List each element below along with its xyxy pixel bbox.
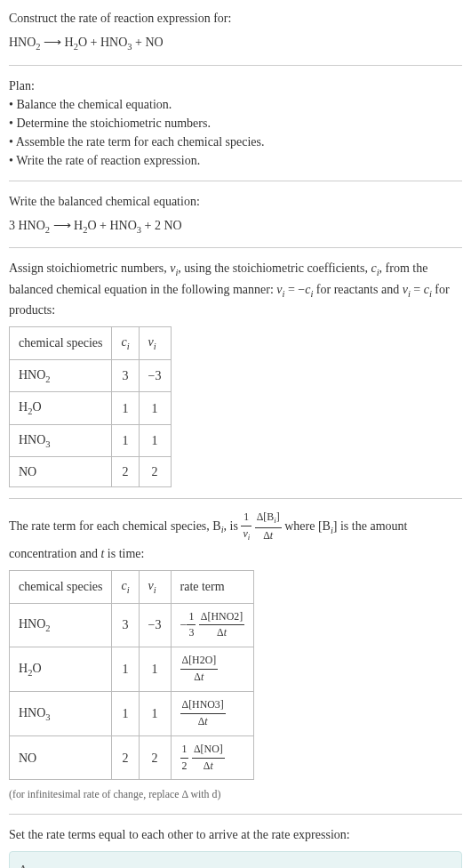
rateterm-note: (for infinitesimal rate of change, repla… (9, 787, 462, 803)
divider (9, 498, 462, 499)
cell-vi: 2 (139, 735, 171, 780)
intro-equation: HNO2 ⟶ H2O + HNO3 + NO (9, 33, 462, 54)
cell-ci: 2 (112, 457, 139, 487)
cell-ci: 1 (112, 647, 139, 692)
final-heading: Set the rate terms equal to each other t… (9, 825, 462, 844)
balanced-equation: 3 HNO2 ⟶ H2O + HNO3 + 2 NO (9, 216, 462, 237)
table-header-row: chemical species ci νi (10, 327, 172, 360)
col-rate: rate term (171, 570, 254, 603)
cell-ci: 3 (112, 359, 139, 392)
cell-ci: 1 (112, 691, 139, 735)
cell-ci: 1 (112, 392, 139, 425)
cell-vi: 1 (139, 424, 171, 457)
cell-rate: −13 Δ[HNO2]Δt (171, 603, 254, 647)
cell-species: HNO2 (10, 603, 112, 647)
cell-species: HNO2 (10, 359, 112, 392)
cell-rate: Δ[H2O]Δt (171, 647, 254, 692)
cell-species: NO (10, 735, 112, 780)
final-section: Set the rate terms equal to each other t… (9, 825, 462, 868)
cell-rate: 12 Δ[NO]Δt (171, 735, 254, 780)
table-header-row: chemical species ci νi rate term (10, 570, 254, 603)
balanced-section: Write the balanced chemical equation: 3 … (9, 192, 462, 237)
plan-item: • Determine the stoichiometric numbers. (9, 114, 462, 133)
intro-section: Construct the rate of reaction expressio… (9, 9, 462, 54)
cell-vi: 1 (139, 392, 171, 425)
cell-vi: 1 (139, 691, 171, 735)
plan-item: • Balance the chemical equation. (9, 95, 462, 114)
col-ci: ci (112, 327, 139, 360)
stoich-section: Assign stoichiometric numbers, νi, using… (9, 259, 462, 487)
stoich-table: chemical species ci νi HNO2 3 −3 H2O 1 1… (9, 326, 172, 487)
rateterm-section: The rate term for each chemical species,… (9, 510, 462, 803)
stoich-text: Assign stoichiometric numbers, νi, using… (9, 259, 462, 319)
col-ci: ci (112, 570, 139, 603)
table-row: H2O 1 1 Δ[H2O]Δt (10, 647, 254, 692)
plan-heading: Plan: (9, 76, 462, 95)
table-row: HNO3 1 1 Δ[HNO3]Δt (10, 691, 254, 735)
divider (9, 65, 462, 66)
answer-label: Answer: (19, 861, 452, 868)
cell-rate: Δ[HNO3]Δt (171, 691, 254, 735)
plan-item: • Write the rate of reaction expression. (9, 151, 462, 170)
cell-species: HNO3 (10, 691, 112, 735)
balanced-heading: Write the balanced chemical equation: (9, 192, 462, 211)
cell-species: H2O (10, 647, 112, 692)
cell-vi: 1 (139, 647, 171, 692)
col-species: chemical species (10, 327, 112, 360)
table-row: NO 2 2 12 Δ[NO]Δt (10, 735, 254, 780)
col-vi: νi (139, 327, 171, 360)
divider (9, 814, 462, 815)
table-row: HNO2 3 −3 (10, 359, 172, 392)
rateterm-table: chemical species ci νi rate term HNO2 3 … (9, 570, 254, 780)
cell-species: HNO3 (10, 424, 112, 457)
divider (9, 247, 462, 248)
col-vi: νi (139, 570, 171, 603)
cell-species: H2O (10, 392, 112, 425)
cell-ci: 1 (112, 424, 139, 457)
cell-vi: 2 (139, 457, 171, 487)
cell-vi: −3 (139, 603, 171, 647)
table-row: H2O 1 1 (10, 392, 172, 425)
cell-ci: 2 (112, 735, 139, 780)
table-row: NO 2 2 (10, 457, 172, 487)
cell-species: NO (10, 457, 112, 487)
rateterm-text: The rate term for each chemical species,… (9, 510, 462, 563)
plan-section: Plan: • Balance the chemical equation. •… (9, 76, 462, 170)
cell-vi: −3 (139, 359, 171, 392)
divider (9, 181, 462, 181)
intro-line1: Construct the rate of reaction expressio… (9, 9, 462, 28)
answer-box: Answer: rate = −13 Δ[HNO2]Δt = Δ[H2O]Δt … (9, 851, 462, 868)
table-row: HNO2 3 −3 −13 Δ[HNO2]Δt (10, 603, 254, 647)
table-row: HNO3 1 1 (10, 424, 172, 457)
cell-ci: 3 (112, 603, 139, 647)
plan-item: • Assemble the rate term for each chemic… (9, 133, 462, 151)
col-species: chemical species (10, 570, 112, 603)
